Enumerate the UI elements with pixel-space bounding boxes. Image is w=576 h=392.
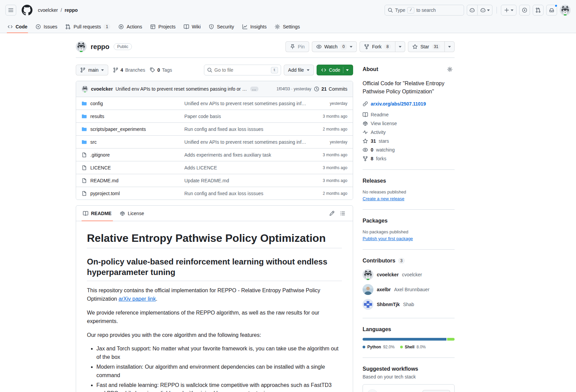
configure-workflow-button[interactable]: Configure [422,390,450,392]
file-name-link[interactable]: pyproject.toml [90,191,120,196]
breadcrumb-separator: / [61,7,62,13]
star-menu-button[interactable] [445,41,455,52]
tab-projects[interactable]: Projects [147,20,179,33]
contributor-avatar[interactable] [363,269,373,280]
file-commit-message[interactable]: Update README.md [184,178,307,183]
commit-history-link[interactable]: 21 Commits [314,86,347,92]
notifications-button[interactable] [546,5,557,16]
code-dropdown-button[interactable]: Code [317,65,353,75]
commit-hash-time[interactable]: 1f04f33 · yesterday [276,87,311,91]
star-button[interactable]: Star 31 [408,41,445,52]
tab-settings[interactable]: Settings [271,20,303,33]
watch-button[interactable]: Watch 0 [312,41,357,52]
copilot-button[interactable] [467,5,478,16]
watching-link[interactable]: 0 watching [363,147,455,153]
forks-link[interactable]: 8 forks [363,156,455,161]
tab-license[interactable]: License [116,206,148,221]
file-name-link[interactable]: config [90,101,103,106]
go-to-file-box: t [204,65,281,75]
readme-link[interactable]: Readme [363,112,455,117]
copilot-button-group [467,5,492,16]
commit-author-avatar[interactable] [82,86,88,92]
contributor-login[interactable]: cvoelcker [377,272,399,277]
tab-actions[interactable]: Actions [115,20,145,33]
arxiv-paper-link[interactable]: arXiv paper link [118,296,156,302]
contributor-avatar[interactable] [363,299,373,310]
file-row: .gitignore Adds experiments and fixes au… [76,148,353,161]
tab-issues[interactable]: Issues [32,20,61,33]
tab-pull-requests[interactable]: Pull requests 1 [62,20,114,33]
add-file-label: Add file [288,67,304,73]
toolbar-right: t Add file Code [204,65,353,75]
file-commit-message[interactable]: Unified env APIs to prevent reset someti… [184,101,307,106]
unread-notifications-dot [554,4,558,7]
chevron-down-icon [448,46,451,48]
commit-message-link[interactable]: Unified env APIs to prevent reset someti… [116,86,248,92]
copilot-menu-button[interactable] [478,5,492,16]
language-shell[interactable]: Shell 8.0% [400,345,426,349]
file-name-link[interactable]: README.md [90,178,118,183]
repo-website-link[interactable]: arxiv.org/abs/2507.11019 [371,101,426,107]
file-commit-message[interactable]: Adds experiments and fixes auxiliary tas… [184,152,307,158]
tags-count: 0 [157,67,160,73]
pin-button[interactable]: Pin [285,41,309,52]
global-menu-button[interactable] [5,5,16,16]
outline-button[interactable] [338,209,347,218]
file-commit-message[interactable]: Paper code basis [184,114,307,119]
app-header: cvoelcker / reppo Type / to search [0,0,576,20]
contributor-row: ShbnmTjk Shab [363,299,455,310]
file-commit-message[interactable]: Unified env APIs to prevent reset someti… [184,139,307,145]
edit-repo-details-button[interactable] [445,65,455,74]
activity-link[interactable]: Activity [363,130,455,135]
file-commit-date: 2 months ago [307,191,347,196]
meta-label: forks [376,156,386,161]
stars-link[interactable]: 31 stars [363,138,455,144]
branch-selector[interactable]: main [76,65,108,75]
file-name-link[interactable]: src [90,139,97,145]
tab-insights[interactable]: Insights [239,20,270,33]
file-name-link[interactable]: scripts/paper_experiments [90,126,146,132]
breadcrumb-owner[interactable]: cvoelcker [38,7,58,13]
language-segment-shell[interactable] [447,338,455,341]
tab-wiki[interactable]: Wiki [180,20,204,33]
your-issues-button[interactable] [519,5,530,16]
file-name-link[interactable]: .gitignore [90,152,110,158]
tab-readme[interactable]: README [79,206,116,221]
publish-package-link[interactable]: Publish your first package [363,236,413,241]
global-search-input[interactable]: Type / to search [385,5,464,16]
meta-label: View license [371,121,397,126]
contributor-login[interactable]: ShbnmTjk [377,302,400,307]
create-new-button[interactable] [501,5,516,16]
file-commit-message[interactable]: Adds LICENCE [184,165,307,170]
tab-code[interactable]: Code [4,20,31,33]
tags-link[interactable]: 0 Tags [150,67,172,73]
contributor-login[interactable]: axelbr [377,287,391,292]
fork-menu-button[interactable] [395,41,405,52]
commit-message-expander[interactable]: ... [250,87,258,91]
file-commit-message[interactable]: Run config and fixed aux loss isssues [184,126,307,132]
repo-owner-avatar[interactable] [76,41,87,52]
file-name-link[interactable]: LICENCE [90,165,111,170]
star-button-group: Star 31 [408,41,455,52]
go-to-file-input[interactable] [214,67,269,73]
breadcrumb-repo[interactable]: reppo [65,7,78,13]
create-release-link[interactable]: Create a new release [363,196,405,201]
header-divider [497,7,497,14]
language-segment-python[interactable] [363,338,446,341]
add-file-button[interactable]: Add file [284,65,314,75]
fork-button[interactable]: Fork 8 [360,41,395,52]
fork-button-group: Fork 8 [360,41,405,52]
commit-author[interactable]: cvoelcker [91,86,113,92]
edit-readme-button[interactable] [327,209,337,218]
file-name-link[interactable]: results [90,114,104,119]
license-link[interactable]: View license [363,121,455,126]
your-pull-requests-button[interactable] [533,5,544,16]
file-commit-message[interactable]: Run config and fixed aux loss isssues [184,191,307,196]
meta-label: watching [376,147,395,153]
branches-link[interactable]: 4 Branches [113,67,145,73]
user-avatar[interactable] [560,5,571,16]
tab-security[interactable]: Security [205,20,237,33]
contributor-avatar[interactable] [363,284,373,295]
github-logo[interactable] [22,5,32,16]
language-python[interactable]: Python 92.0% [363,345,395,349]
